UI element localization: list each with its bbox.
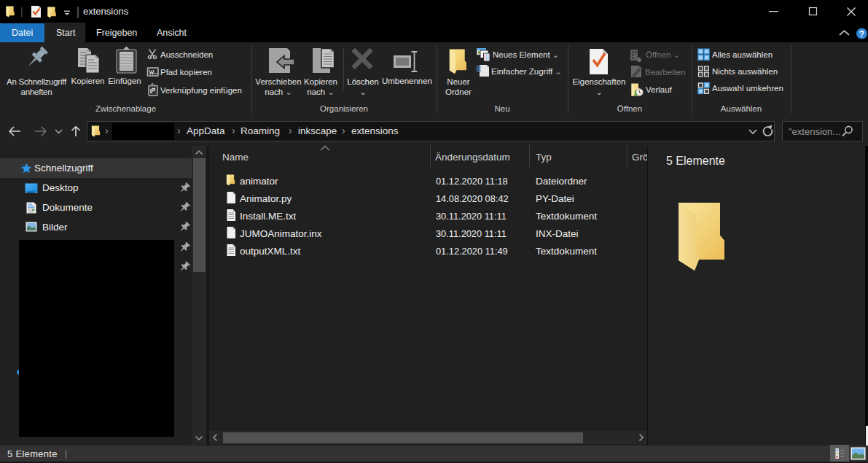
svg-text:?: ? <box>859 29 864 39</box>
